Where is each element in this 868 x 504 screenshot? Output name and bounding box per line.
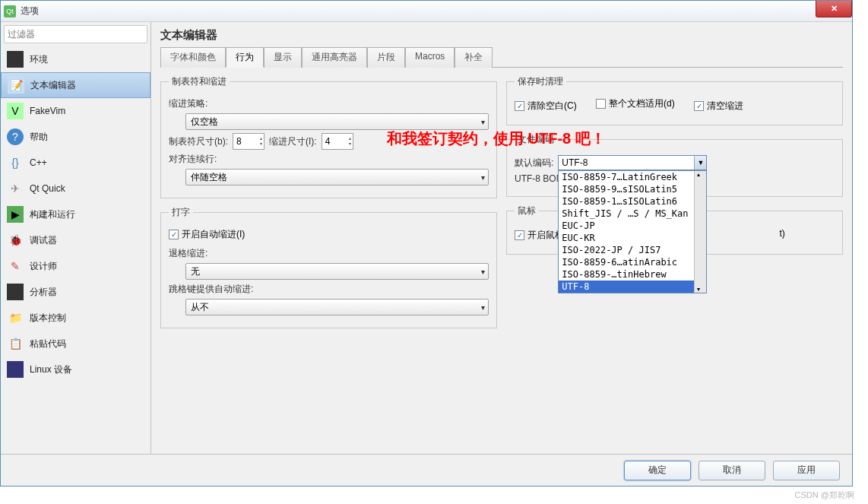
text-editor-icon: 📝 xyxy=(8,77,24,94)
chevron-down-icon: ▼ xyxy=(694,156,706,170)
right-column: 保存时清理 ✓清除空白(C) 整个文档适用(d) ✓清空缩进 行(E 文件编码 … xyxy=(506,75,843,336)
apply-button[interactable]: 应用 xyxy=(773,461,840,480)
tab-behavior[interactable]: 行为 xyxy=(226,47,264,68)
indent-size-label: 缩进尺寸(I): xyxy=(269,135,317,148)
tab-completion[interactable]: 补全 xyxy=(455,47,493,68)
group-file-encoding: 文件编码 默认编码: UTF-8 ▼ xyxy=(506,133,843,197)
default-encoding-label: 默认编码: xyxy=(515,157,553,170)
encoding-option[interactable]: ISO-8859-7…LatinGreek xyxy=(559,171,694,183)
sidebar-item-linux-devices[interactable]: Linux 设备 xyxy=(1,357,150,382)
sidebar-item-help[interactable]: ?帮助 xyxy=(1,124,150,150)
encoding-option[interactable]: ISO-8859-6…atinArabic xyxy=(559,256,694,268)
sidebar-item-fakevim[interactable]: VFakeVim xyxy=(1,98,150,124)
backspace-label: 退格缩进: xyxy=(169,247,207,260)
checkbox-icon xyxy=(596,99,606,109)
clear-whitespace-checkbox[interactable]: ✓清除空白(C) xyxy=(515,100,577,113)
mouse-nav-checkbox[interactable]: ✓开启鼠标 xyxy=(515,229,564,242)
settings-columns: 制表符和缩进 缩进策略: 仅空格 制表符尺寸(b): 8 缩进尺寸(I): 4 … xyxy=(160,75,843,336)
build-run-icon: ▶ xyxy=(7,206,24,223)
sidebar: 环境 📝文本编辑器 VFakeVim ?帮助 {}C++ ✈Qt Quick ▶… xyxy=(1,22,151,454)
clear-indent-checkbox[interactable]: ✓清空缩进 xyxy=(677,100,743,113)
group-save-clean: 保存时清理 ✓清除空白(C) 整个文档适用(d) ✓清空缩进 行(E xyxy=(506,75,843,125)
sidebar-item-cpp[interactable]: {}C++ xyxy=(1,150,150,176)
sidebar-item-designer[interactable]: ✎设计师 xyxy=(1,253,150,279)
checkbox-icon: ✓ xyxy=(515,101,524,111)
tab-highlighter[interactable]: 通用高亮器 xyxy=(302,47,367,68)
close-button[interactable]: ✕ xyxy=(816,1,852,17)
linux-device-icon xyxy=(7,361,24,378)
left-column: 制表符和缩进 缩进策略: 仅空格 制表符尺寸(b): 8 缩进尺寸(I): 4 … xyxy=(160,75,497,336)
tab-macros[interactable]: Macros xyxy=(405,47,455,68)
tab-fonts-colors[interactable]: 字体和颜色 xyxy=(160,47,226,68)
sidebar-item-analyzer[interactable]: 分析器 xyxy=(1,279,150,305)
options-window: Qt 选项 ✕ 环境 📝文本编辑器 VFakeVim ?帮助 {}C++ ✈Qt… xyxy=(0,0,853,487)
tabbar: 字体和颜色 行为 显示 通用高亮器 片段 Macros 补全 xyxy=(160,47,843,68)
encoding-option[interactable]: EUC-JP xyxy=(559,220,694,232)
checkbox-icon: ✓ xyxy=(169,230,179,239)
vcs-icon: 📁 xyxy=(7,309,24,326)
whole-doc-checkbox[interactable]: 整个文档适用(d) xyxy=(579,97,675,110)
tabkey-combo[interactable]: 从不 xyxy=(185,299,489,315)
encoding-option[interactable]: EUC-KR xyxy=(559,232,694,244)
qtquick-icon: ✈ xyxy=(7,180,24,197)
page-title: 文本编辑器 xyxy=(160,28,843,43)
align-cont-combo[interactable]: 伴随空格 xyxy=(185,169,489,185)
cpp-icon: {} xyxy=(7,154,24,171)
legend-mouse: 鼠标 xyxy=(515,204,539,217)
tab-size-label: 制表符尺寸(b): xyxy=(169,135,228,148)
tabkey-label: 跳格键提供自动缩进: xyxy=(169,283,253,296)
auto-indent-checkbox[interactable]: ✓开启自动缩进(I) xyxy=(169,228,245,241)
tab-snippets[interactable]: 片段 xyxy=(367,47,405,68)
designer-icon: ✎ xyxy=(7,258,24,274)
dialog-footer: 确定 取消 应用 xyxy=(1,454,852,486)
sidebar-item-qtquick[interactable]: ✈Qt Quick xyxy=(1,176,150,201)
sidebar-item-build-run[interactable]: ▶构建和运行 xyxy=(1,201,150,227)
content-area: 环境 📝文本编辑器 VFakeVim ?帮助 {}C++ ✈Qt Quick ▶… xyxy=(1,22,852,454)
sidebar-item-vcs[interactable]: 📁版本控制 xyxy=(1,305,150,331)
legend-file-encoding: 文件编码 xyxy=(515,133,557,146)
checkbox-icon: ✓ xyxy=(694,101,704,111)
encoding-option[interactable]: ISO-2022-JP / JIS7 xyxy=(559,244,694,256)
group-typing: 打字 ✓开启自动缩进(I) 退格缩进: 无 跳格键提供自动缩进: 从不 xyxy=(160,206,497,328)
encoding-option[interactable]: ISO-8859-…tinHebrew xyxy=(559,268,694,281)
checkbox-icon: ✓ xyxy=(515,230,524,240)
pastebin-icon: 📋 xyxy=(7,335,24,352)
encoding-option[interactable]: ISO-8859-9…sISOLatin5 xyxy=(559,183,694,195)
analyzer-icon xyxy=(7,284,24,300)
window-title: 选项 xyxy=(21,5,39,17)
group-tabs-indent: 制表符和缩进 缩进策略: 仅空格 制表符尺寸(b): 8 缩进尺寸(I): 4 … xyxy=(160,75,497,198)
encoding-option-selected[interactable]: UTF-8 xyxy=(559,281,694,293)
debugger-icon: 🐞 xyxy=(7,232,24,249)
sidebar-item-pastebin[interactable]: 📋粘贴代码 xyxy=(1,331,150,357)
encoding-option[interactable]: ISO-8859-1…sISOLatin6 xyxy=(559,195,694,208)
filter-input[interactable] xyxy=(4,25,147,43)
titlebar: Qt 选项 ✕ xyxy=(1,1,852,22)
indent-size-spin[interactable]: 4 xyxy=(322,133,353,150)
legend-typing: 打字 xyxy=(169,206,193,219)
encoding-dropdown[interactable]: ISO-8859-7…LatinGreek ISO-8859-9…sISOLat… xyxy=(558,170,707,293)
encoding-option[interactable]: Shift_JIS / …S / MS_Kan xyxy=(559,208,694,220)
align-cont-label: 对齐连续行: xyxy=(169,153,217,166)
fakevim-icon: V xyxy=(7,103,24,119)
tab-display[interactable]: 显示 xyxy=(264,47,302,68)
main-panel: 文本编辑器 字体和颜色 行为 显示 通用高亮器 片段 Macros 补全 制表符… xyxy=(151,22,852,454)
ok-button[interactable]: 确定 xyxy=(624,461,691,480)
indent-policy-label: 缩进策略: xyxy=(169,97,207,110)
legend-save-clean: 保存时清理 xyxy=(515,75,566,88)
sidebar-list: 环境 📝文本编辑器 VFakeVim ?帮助 {}C++ ✈Qt Quick ▶… xyxy=(1,46,150,454)
backspace-combo[interactable]: 无 xyxy=(185,263,489,280)
tab-size-spin[interactable]: 8 xyxy=(233,133,265,150)
app-icon: Qt xyxy=(4,5,16,17)
sidebar-item-debugger[interactable]: 🐞调试器 xyxy=(1,227,150,253)
sidebar-item-text-editor[interactable]: 📝文本编辑器 xyxy=(1,72,150,98)
cancel-button[interactable]: 取消 xyxy=(699,461,765,480)
help-icon: ? xyxy=(7,128,24,145)
legend-tabs-indent: 制表符和缩进 xyxy=(169,75,230,88)
monitor-icon xyxy=(7,51,24,68)
sidebar-item-environment[interactable]: 环境 xyxy=(1,46,150,72)
watermark: CSDN @郑乾啊 xyxy=(795,490,854,501)
indent-policy-combo[interactable]: 仅空格 xyxy=(185,113,489,130)
dropdown-scrollbar[interactable] xyxy=(694,171,706,293)
default-encoding-combo[interactable]: UTF-8 ▼ xyxy=(558,155,707,170)
